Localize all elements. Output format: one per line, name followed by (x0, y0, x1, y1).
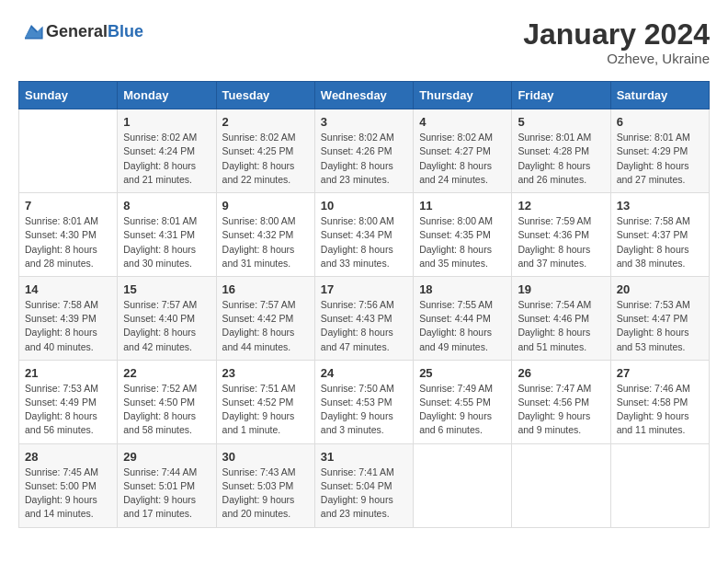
day-number: 29 (123, 450, 210, 464)
cell-week1-day6: 6Sunrise: 8:01 AMSunset: 4:29 PMDaylight… (610, 109, 709, 193)
cell-week3-day6: 20Sunrise: 7:53 AMSunset: 4:47 PMDayligh… (610, 276, 709, 360)
col-header-sunday: Sunday (19, 82, 118, 109)
week-row-1: 1Sunrise: 8:02 AMSunset: 4:24 PMDaylight… (19, 109, 710, 193)
col-header-thursday: Thursday (414, 82, 512, 109)
cell-week3-day4: 18Sunrise: 7:55 AMSunset: 4:44 PMDayligh… (414, 276, 512, 360)
day-info: Sunrise: 7:46 AMSunset: 4:58 PMDaylight:… (617, 383, 690, 436)
cell-week5-day0: 28Sunrise: 7:45 AMSunset: 5:00 PMDayligh… (19, 443, 118, 527)
day-number: 19 (518, 282, 604, 296)
day-info: Sunrise: 7:47 AMSunset: 4:56 PMDaylight:… (518, 383, 591, 436)
cell-week2-day3: 10Sunrise: 8:00 AMSunset: 4:34 PMDayligh… (314, 193, 413, 277)
title-block: January 2024 Ozheve, Ukraine (523, 18, 710, 66)
logo-text: GeneralBlue (46, 22, 143, 41)
col-header-wednesday: Wednesday (314, 82, 413, 109)
logo: GeneralBlue (18, 18, 143, 44)
page: GeneralBlue January 2024 Ozheve, Ukraine… (0, 0, 728, 546)
day-number: 6 (617, 115, 703, 129)
cell-week4-day4: 25Sunrise: 7:49 AMSunset: 4:55 PMDayligh… (414, 360, 512, 443)
day-number: 18 (419, 282, 506, 296)
day-info: Sunrise: 8:01 AMSunset: 4:30 PMDaylight:… (25, 215, 98, 269)
cell-week2-day1: 8Sunrise: 8:01 AMSunset: 4:31 PMDaylight… (118, 193, 216, 277)
day-number: 10 (321, 199, 407, 213)
day-info: Sunrise: 7:49 AMSunset: 4:55 PMDaylight:… (419, 383, 493, 436)
cell-week1-day0 (19, 109, 118, 193)
day-number: 4 (419, 115, 506, 129)
cell-week4-day2: 23Sunrise: 7:51 AMSunset: 4:52 PMDayligh… (216, 360, 314, 443)
cell-week5-day6 (610, 443, 709, 527)
day-number: 24 (321, 366, 407, 380)
day-number: 13 (617, 199, 703, 213)
month-title: January 2024 (523, 18, 710, 51)
day-info: Sunrise: 7:58 AMSunset: 4:39 PMDaylight:… (25, 299, 98, 352)
day-number: 20 (617, 282, 703, 296)
cell-week3-day1: 15Sunrise: 7:57 AMSunset: 4:40 PMDayligh… (118, 276, 216, 360)
day-number: 25 (419, 366, 506, 380)
day-number: 2 (222, 115, 309, 129)
day-info: Sunrise: 7:51 AMSunset: 4:52 PMDaylight:… (222, 383, 296, 436)
col-header-saturday: Saturday (610, 82, 709, 109)
day-number: 21 (25, 366, 111, 380)
cell-week5-day1: 29Sunrise: 7:44 AMSunset: 5:01 PMDayligh… (118, 443, 216, 527)
day-info: Sunrise: 7:53 AMSunset: 4:47 PMDaylight:… (617, 299, 690, 352)
day-number: 26 (518, 366, 604, 380)
logo-blue: Blue (108, 22, 143, 40)
day-info: Sunrise: 7:41 AMSunset: 5:04 PMDaylight:… (321, 466, 394, 520)
day-info: Sunrise: 7:45 AMSunset: 5:00 PMDaylight:… (25, 466, 98, 520)
cell-week4-day3: 24Sunrise: 7:50 AMSunset: 4:53 PMDayligh… (314, 360, 413, 443)
day-info: Sunrise: 8:02 AMSunset: 4:24 PMDaylight:… (123, 132, 197, 185)
location-title: Ozheve, Ukraine (523, 51, 710, 66)
cell-week3-day0: 14Sunrise: 7:58 AMSunset: 4:39 PMDayligh… (19, 276, 118, 360)
day-number: 9 (222, 199, 309, 213)
day-number: 8 (123, 199, 210, 213)
day-number: 30 (222, 450, 309, 464)
day-number: 7 (25, 199, 111, 213)
week-row-5: 28Sunrise: 7:45 AMSunset: 5:00 PMDayligh… (19, 443, 710, 527)
cell-week1-day3: 3Sunrise: 8:02 AMSunset: 4:26 PMDaylight… (314, 109, 413, 193)
logo-icon (18, 18, 44, 44)
day-info: Sunrise: 7:54 AMSunset: 4:46 PMDaylight:… (518, 299, 591, 352)
col-header-friday: Friday (512, 82, 610, 109)
day-info: Sunrise: 7:59 AMSunset: 4:36 PMDaylight:… (518, 215, 591, 269)
cell-week5-day5 (512, 443, 610, 527)
cell-week1-day4: 4Sunrise: 8:02 AMSunset: 4:27 PMDaylight… (414, 109, 512, 193)
day-info: Sunrise: 7:57 AMSunset: 4:42 PMDaylight:… (222, 299, 296, 352)
day-info: Sunrise: 8:01 AMSunset: 4:28 PMDaylight:… (518, 132, 591, 185)
cell-week1-day2: 2Sunrise: 8:02 AMSunset: 4:25 PMDaylight… (216, 109, 314, 193)
day-info: Sunrise: 7:55 AMSunset: 4:44 PMDaylight:… (419, 299, 493, 352)
cell-week2-day6: 13Sunrise: 7:58 AMSunset: 4:37 PMDayligh… (610, 193, 709, 277)
cell-week1-day5: 5Sunrise: 8:01 AMSunset: 4:28 PMDaylight… (512, 109, 610, 193)
cell-week2-day4: 11Sunrise: 8:00 AMSunset: 4:35 PMDayligh… (414, 193, 512, 277)
day-number: 28 (25, 450, 111, 464)
day-info: Sunrise: 7:53 AMSunset: 4:49 PMDaylight:… (25, 383, 98, 436)
cell-week5-day4 (414, 443, 512, 527)
day-info: Sunrise: 7:44 AMSunset: 5:01 PMDaylight:… (123, 466, 197, 520)
cell-week4-day0: 21Sunrise: 7:53 AMSunset: 4:49 PMDayligh… (19, 360, 118, 443)
day-number: 16 (222, 282, 309, 296)
day-info: Sunrise: 7:57 AMSunset: 4:40 PMDaylight:… (123, 299, 197, 352)
cell-week2-day5: 12Sunrise: 7:59 AMSunset: 4:36 PMDayligh… (512, 193, 610, 277)
week-row-4: 21Sunrise: 7:53 AMSunset: 4:49 PMDayligh… (19, 360, 710, 443)
header: GeneralBlue January 2024 Ozheve, Ukraine (18, 18, 710, 66)
day-number: 5 (518, 115, 604, 129)
cell-week4-day5: 26Sunrise: 7:47 AMSunset: 4:56 PMDayligh… (512, 360, 610, 443)
day-number: 17 (321, 282, 407, 296)
calendar-table: SundayMondayTuesdayWednesdayThursdayFrid… (18, 81, 710, 527)
day-info: Sunrise: 7:50 AMSunset: 4:53 PMDaylight:… (321, 383, 394, 436)
cell-week3-day3: 17Sunrise: 7:56 AMSunset: 4:43 PMDayligh… (314, 276, 413, 360)
cell-week4-day1: 22Sunrise: 7:52 AMSunset: 4:50 PMDayligh… (118, 360, 216, 443)
cell-week2-day0: 7Sunrise: 8:01 AMSunset: 4:30 PMDaylight… (19, 193, 118, 277)
day-number: 22 (123, 366, 210, 380)
week-row-2: 7Sunrise: 8:01 AMSunset: 4:30 PMDaylight… (19, 193, 710, 277)
cell-week3-day2: 16Sunrise: 7:57 AMSunset: 4:42 PMDayligh… (216, 276, 314, 360)
day-info: Sunrise: 8:02 AMSunset: 4:26 PMDaylight:… (321, 132, 394, 185)
day-info: Sunrise: 8:02 AMSunset: 4:27 PMDaylight:… (419, 132, 493, 185)
day-number: 11 (419, 199, 506, 213)
day-info: Sunrise: 8:00 AMSunset: 4:34 PMDaylight:… (321, 215, 394, 269)
day-number: 14 (25, 282, 111, 296)
day-number: 23 (222, 366, 309, 380)
day-info: Sunrise: 8:01 AMSunset: 4:29 PMDaylight:… (617, 132, 690, 185)
cell-week1-day1: 1Sunrise: 8:02 AMSunset: 4:24 PMDaylight… (118, 109, 216, 193)
col-header-tuesday: Tuesday (216, 82, 314, 109)
cell-week5-day3: 31Sunrise: 7:41 AMSunset: 5:04 PMDayligh… (314, 443, 413, 527)
day-number: 31 (321, 450, 407, 464)
